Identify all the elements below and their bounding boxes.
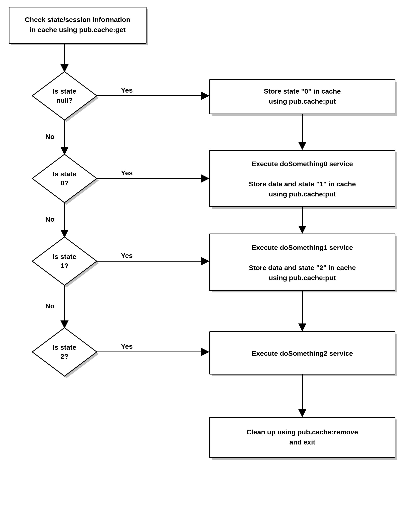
svg-rect-19 xyxy=(210,417,395,458)
box-cleanup: Clean up using pub.cache:remove and exit xyxy=(210,417,397,460)
label-d1-yes: Yes xyxy=(121,252,133,259)
decision-state-2: Is state 2? xyxy=(32,328,99,378)
label-dnull-yes: Yes xyxy=(121,86,133,94)
box0-line1: Store state "0" in cache xyxy=(264,87,341,95)
label-d0-yes: Yes xyxy=(121,169,133,177)
svg-marker-3 xyxy=(32,72,97,120)
box2-line2: Store data and state "2" in cache xyxy=(249,264,356,271)
svg-rect-9 xyxy=(210,150,395,207)
box2-line1: Execute doSomething1 service xyxy=(252,244,353,251)
cleanup-line1: Clean up using pub.cache:remove xyxy=(247,428,358,436)
svg-rect-1 xyxy=(9,7,146,43)
start-box: Check state/session information in cache… xyxy=(9,7,148,45)
svg-marker-11 xyxy=(32,237,97,285)
d0-line1: Is state xyxy=(53,170,76,178)
box3-line1: Execute doSomething2 service xyxy=(252,350,353,357)
box2-line3: using pub.cache:put xyxy=(269,274,336,282)
label-d1-no: No xyxy=(45,302,55,310)
svg-rect-13 xyxy=(210,234,395,290)
d2-line2: 2? xyxy=(61,352,69,360)
label-d2-yes: Yes xyxy=(121,342,133,350)
dnull-line1: Is state xyxy=(53,87,76,95)
decision-state-0: Is state 0? xyxy=(32,154,99,205)
d2-line1: Is state xyxy=(53,344,76,351)
svg-rect-5 xyxy=(210,80,395,114)
start-box-line2: in cache using pub.cache:get xyxy=(30,26,125,34)
box-do-something-1: Execute doSomething1 service Store data … xyxy=(210,234,397,292)
decision-state-1: Is state 1? xyxy=(32,237,99,287)
box-store-state-0: Store state "0" in cache using pub.cache… xyxy=(210,80,397,116)
box-do-something-2: Execute doSomething2 service xyxy=(210,332,397,376)
svg-marker-7 xyxy=(32,154,97,203)
box0-line2: using pub.cache:put xyxy=(269,97,336,105)
d0-line2: 0? xyxy=(61,179,69,187)
start-box-line1: Check state/session information xyxy=(25,16,130,23)
dnull-line2: null? xyxy=(56,96,73,104)
d1-line2: 1? xyxy=(61,262,69,269)
d1-line1: Is state xyxy=(53,253,76,260)
box1-line3: using pub.cache:put xyxy=(269,190,336,198)
box-do-something-0: Execute doSomething0 service Store data … xyxy=(210,150,397,209)
box1-line1: Execute doSomething0 service xyxy=(252,160,353,168)
decision-state-null: Is state null? xyxy=(32,72,99,122)
cleanup-line2: and exit xyxy=(289,438,315,446)
label-d0-no: No xyxy=(45,215,55,223)
label-dnull-no: No xyxy=(45,133,55,140)
box1-line2: Store data and state "1" in cache xyxy=(249,180,356,188)
svg-marker-15 xyxy=(32,328,97,376)
